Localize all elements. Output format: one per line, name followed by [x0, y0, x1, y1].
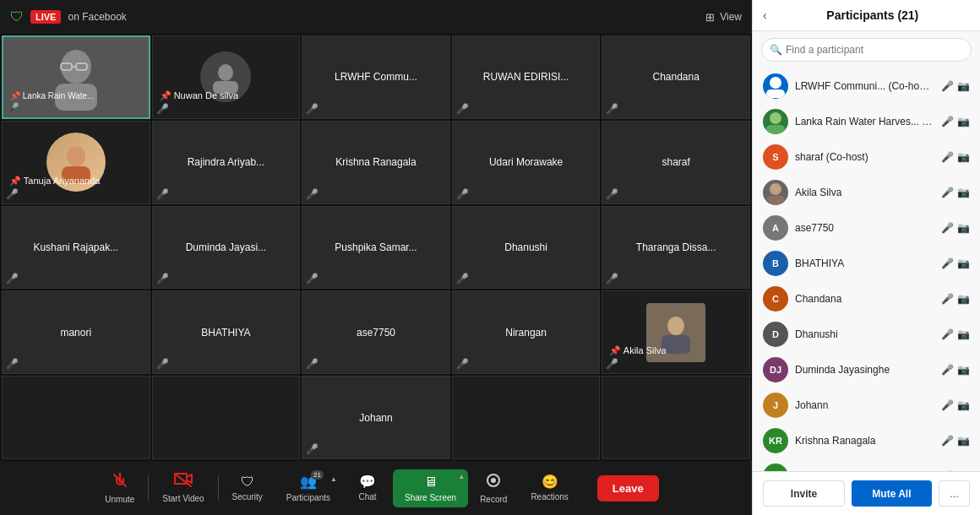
panel-title: Participants (21): [776, 8, 970, 22]
mute-icon-chandana: 🎤: [606, 103, 618, 115]
mute-icon-tanuja: 🎤: [6, 188, 19, 200]
top-bar-left: 🛡 LIVE on Facebook: [10, 9, 127, 24]
reactions-icon: 😊: [542, 475, 558, 489]
svg-point-17: [770, 77, 781, 89]
view-label[interactable]: View: [720, 11, 742, 23]
svg-rect-20: [766, 125, 785, 134]
list-item[interactable]: J Johann 🎤 📷: [753, 388, 980, 423]
list-item[interactable]: A ase7750 🎤 📷: [753, 210, 980, 246]
search-input[interactable]: [761, 38, 972, 62]
panel-header: ‹ Participants (21): [753, 0, 980, 31]
participants-button[interactable]: 👥 21 ▲ Participants: [275, 470, 342, 506]
cell-name-tanuja: 📌 Tanuja Ariyananda: [6, 174, 103, 188]
akila-list-avatar: [763, 180, 788, 205]
avatar: [763, 180, 788, 205]
list-item[interactable]: D Dhanushi 🎤 📷: [753, 317, 980, 352]
svg-point-9: [667, 317, 684, 335]
mute-icon-tharanga: 🎤: [606, 273, 618, 285]
unmute-button[interactable]: Unmute: [93, 469, 146, 507]
mute-icon-manori: 🎤: [6, 358, 19, 370]
video-cell-lc: 📌 Lanka Rain Wate... 🎤: [2, 35, 150, 119]
participant-icons: 🎤 📷: [941, 151, 970, 163]
record-button[interactable]: Record: [468, 469, 519, 507]
video-cell-lrwhf: LRWHF Commu... 🎤: [302, 35, 450, 119]
mute-icon-ruwan: 🎤: [456, 103, 469, 115]
participant-name: Akila Silva: [795, 187, 934, 198]
cam-on-icon: 📷: [957, 116, 970, 127]
list-item[interactable]: C Chandana 🎤 📷: [753, 281, 980, 317]
cam-off-icon: 📷: [957, 399, 970, 411]
video-cell-kushani: Kushani Rajapak... 🎤: [2, 206, 150, 290]
video-cell-empty4: [602, 376, 750, 459]
svg-rect-18: [766, 89, 785, 98]
record-icon: [485, 472, 502, 491]
leave-button[interactable]: Leave: [597, 475, 659, 501]
participant-name: Dhanushi: [795, 328, 934, 340]
mute-icon-lrwhf: 🎤: [306, 103, 318, 115]
participants-icon-wrap: 👥 21: [300, 474, 317, 490]
cam-off-icon: 📷: [957, 80, 970, 92]
start-video-button[interactable]: Start Video: [150, 469, 215, 507]
video-cell-chandana: Chandana 🎤: [602, 35, 750, 119]
video-icon: [174, 473, 193, 491]
cell-label-dhanushi: Dhanushi: [501, 238, 551, 257]
cell-label-ase7750: ase7750: [353, 323, 399, 342]
security-button[interactable]: 🛡 Security: [220, 472, 275, 505]
security-label: Security: [232, 492, 263, 501]
invite-button[interactable]: Invite: [763, 480, 845, 507]
unmute-icon: [112, 472, 128, 491]
toolbar: Unmute Start Video 🛡 Security 👥 21 ▲ Par…: [0, 461, 752, 515]
list-item[interactable]: KR Kushani Rajapaksha 🎤 📷: [753, 458, 980, 471]
video-cell-dhanushi: Dhanushi 🎤: [452, 206, 601, 290]
participant-icons: 🎤 📷: [941, 364, 970, 376]
cam-off-icon: 📷: [957, 364, 970, 376]
reactions-button[interactable]: 😊 Reactions: [519, 472, 580, 505]
video-cell-nirangan: Nirangan 🎤: [452, 290, 601, 374]
video-cell-manori: manori 🎤: [2, 290, 150, 374]
pin-icon: 📌: [10, 91, 20, 100]
cam-off-icon: 📷: [957, 258, 970, 269]
list-item[interactable]: B BHATHIYA 🎤 📷: [753, 246, 980, 281]
participants-list: LRWHF Communi... (Co-host, me) 🎤 📷 Lanka…: [753, 68, 980, 471]
cell-label-johann: Johann: [356, 409, 395, 427]
mic-off-icon: 🎤: [941, 151, 954, 163]
pin-icon-nuwan: 📌: [160, 90, 172, 100]
list-item[interactable]: S sharaf (Co-host) 🎤 📷: [753, 139, 980, 175]
participant-icons: 🎤 📷: [941, 116, 970, 127]
platform-label: on Facebook: [68, 11, 126, 23]
participant-name: Krishna Ranagala: [795, 435, 934, 447]
video-cell-pushpika: Pushpika Samar... 🎤: [302, 206, 450, 290]
video-cell-nuwan: 📌 Nuwan De silva 🎤: [152, 35, 301, 119]
cell-label-duminda: Duminda Jayasi...: [182, 238, 270, 257]
list-item[interactable]: Lanka Rain Water Harves... (Host) 🎤 📷: [753, 104, 980, 139]
mic-off-icon: 🎤: [941, 328, 954, 340]
list-item[interactable]: LRWHF Communi... (Co-host, me) 🎤 📷: [753, 68, 980, 104]
cell-label-bhathiya: BHATHIYA: [198, 323, 253, 342]
cell-name-nuwan: 📌 Nuwan De silva: [156, 89, 242, 103]
mute-all-button[interactable]: Mute All: [852, 480, 932, 507]
list-item[interactable]: DJ Duminda Jayasinghe 🎤 📷: [753, 352, 980, 388]
cam-off-icon: 📷: [957, 435, 970, 447]
chat-button[interactable]: 💬 Chat: [342, 472, 393, 505]
mute-icon-udari: 🎤: [456, 188, 469, 200]
participant-name: ase7750: [795, 222, 934, 234]
cell-label-tharanga: Tharanga Dissa...: [633, 238, 720, 257]
mic-off-icon: 🎤: [941, 435, 954, 447]
participant-icons: 🎤 📷: [941, 293, 970, 305]
lrwh-avatar-img: [763, 109, 788, 134]
unmute-label: Unmute: [105, 495, 134, 504]
mute-icon-bhathiya: 🎤: [156, 358, 169, 370]
mic-off-icon: 🎤: [941, 80, 954, 92]
list-item[interactable]: KR Krishna Ranagala 🎤 📷: [753, 423, 980, 458]
panel-chevron-icon[interactable]: ‹: [763, 8, 767, 22]
more-button[interactable]: ...: [939, 480, 970, 507]
cell-label-manori: manori: [57, 323, 95, 342]
share-screen-button[interactable]: 🖥 Share Screen ▲: [393, 469, 468, 507]
participant-name: sharaf (Co-host): [795, 151, 934, 163]
pin-icon-tanuja: 📌: [9, 176, 21, 186]
avatar: KR: [763, 428, 788, 453]
mute-icon-nirangan: 🎤: [456, 358, 469, 370]
video-cell-akila: 📌 Akila Silva 🎤: [602, 290, 750, 374]
list-item[interactable]: Akila Silva 🎤 📷: [753, 175, 980, 210]
mute-icon-johann: 🎤: [306, 443, 318, 455]
